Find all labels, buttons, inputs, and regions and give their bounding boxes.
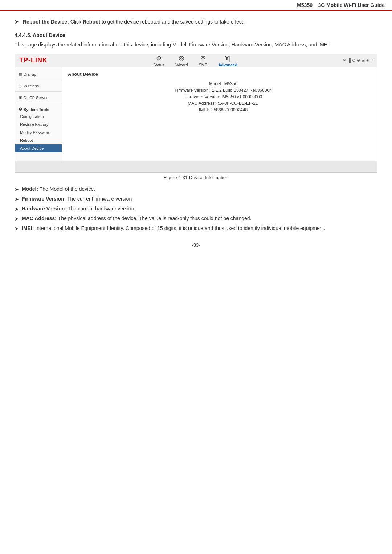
bullet-hardware: ➤ Hardware Version: The current hardware… xyxy=(15,206,377,212)
router-body: ▦ Dial-up ◌ Wireless ▣ DHCP Server xyxy=(15,67,377,161)
about-device-description: This page displays the related informati… xyxy=(15,41,377,49)
divider-2 xyxy=(15,91,62,92)
header-title: M5350 3G Mobile Wi-Fi User Guide xyxy=(297,2,385,8)
mac-bullet-bold: MAC Address: xyxy=(22,216,57,221)
mac-info-label: MAC Address: xyxy=(188,101,216,106)
signal-icon: ▐ xyxy=(348,58,351,63)
router-status-icons: ✉ ▐ ⊙ ⊙ ⊞ ◈ ? xyxy=(343,58,373,63)
bullet-imei-text: IMEI: International Mobile Equipment Ide… xyxy=(22,225,325,231)
arrow-imei-icon: ➤ xyxy=(15,226,19,231)
email-status-icon: ✉ xyxy=(343,58,346,63)
reboot-text: Reboot the Device: Click Reboot to get t… xyxy=(23,18,245,26)
imei-info-label: IMEI: xyxy=(199,107,209,112)
bullet-model: ➤ Model: The Model of the device. xyxy=(15,186,377,192)
wireless-icon: ◌ xyxy=(19,83,22,88)
device-info-table: Model: M5350 Firmware Version: 1.1.2 Bui… xyxy=(75,81,371,112)
advanced-label: Advanced xyxy=(218,63,237,67)
arrow-model-icon: ➤ xyxy=(15,186,19,192)
help-icon: ? xyxy=(371,58,373,63)
status-icon: ⊕ xyxy=(156,54,162,62)
sidebar-item-wireless[interactable]: ◌ Wireless xyxy=(15,82,62,90)
imei-bullet-bold: IMEI: xyxy=(22,225,34,231)
bullet-mac: ➤ MAC Address: The physical address of t… xyxy=(15,216,377,222)
nav-advanced[interactable]: Y| Advanced xyxy=(218,54,237,67)
info-row-model: Model: M5350 xyxy=(75,81,371,86)
sidebar-item-modify-password[interactable]: Modify Password xyxy=(15,128,62,136)
info-row-firmware: Firmware Version: 1.1.2 Build 130427 Rel… xyxy=(75,88,371,93)
nav-wizard[interactable]: ◎ Wizard xyxy=(175,54,188,67)
info-row-imei: IMEI: 358688000002448 xyxy=(75,107,371,112)
bullet-imei: ➤ IMEI: International Mobile Equipment I… xyxy=(15,225,377,231)
sms-label: SMS xyxy=(199,63,208,67)
wifi-icon: ◈ xyxy=(366,58,369,63)
dhcp-icon: ▣ xyxy=(19,95,22,100)
arrow-hardware-icon: ➤ xyxy=(15,206,19,212)
reboot-bold-label: Reboot the Device: xyxy=(23,19,69,25)
sidebar-item-dhcp[interactable]: ▣ DHCP Server xyxy=(15,93,62,102)
model-info-label: Model: xyxy=(209,81,222,86)
wireless-label: Wireless xyxy=(24,84,39,88)
hardware-bullet-bold: Hardware Version: xyxy=(22,206,66,212)
bullet-mac-text: MAC Address: The physical address of the… xyxy=(22,216,251,221)
firmware-info-value: 1.1.2 Build 130427 Rel.36600n xyxy=(212,88,272,93)
info-row-hardware: Hardware Version: M5350 v1 00000000 xyxy=(75,94,371,99)
mac-info-value: 5A-8F-CC-BE-EF-2D xyxy=(218,101,259,106)
settings-icon: ⊙ xyxy=(352,58,355,63)
firmware-bullet-bold: Firmware Version: xyxy=(22,196,66,202)
firmware-info-label: Firmware Version: xyxy=(175,88,210,93)
figure-caption: Figure 4-31 Device Information xyxy=(15,175,377,180)
system-tools-icon: ⚙ xyxy=(19,107,22,112)
hardware-info-label: Hardware Version: xyxy=(184,94,220,99)
router-main-panel: About Device Model: M5350 Firmware Versi… xyxy=(62,67,377,161)
grid-icon: ⊞ xyxy=(362,58,365,63)
arrow-firmware-icon: ➤ xyxy=(15,196,19,202)
sidebar-item-configuration[interactable]: Configuration xyxy=(15,112,62,120)
reboot-label: Reboot xyxy=(20,138,33,143)
about-device-heading: 4.4.4.5. About Device xyxy=(15,32,377,38)
advanced-icon: Y| xyxy=(225,54,231,62)
dialup-label: Dial-up xyxy=(24,72,36,77)
wizard-label: Wizard xyxy=(175,63,188,67)
router-logo: TP-LINK xyxy=(19,57,48,64)
hardware-info-value: M5350 v1 00000000 xyxy=(222,94,262,99)
imei-info-value: 358688000002448 xyxy=(211,107,248,112)
model-label: M5350 xyxy=(297,2,313,8)
restore-factory-label: Restore Factory xyxy=(20,122,48,127)
sidebar-item-system-tools[interactable]: ⚙ System Tools xyxy=(15,105,62,112)
guide-title: 3G Mobile Wi-Fi User Guide xyxy=(318,2,385,8)
page-number: -33- xyxy=(192,242,200,248)
bullet-model-text: Model: The Model of the device. xyxy=(22,186,95,192)
system-tools-label: System Tools xyxy=(24,107,49,112)
bullet-hardware-text: Hardware Version: The current hardware v… xyxy=(22,206,135,212)
dhcp-label: DHCP Server xyxy=(24,95,48,100)
sidebar-item-dialup[interactable]: ▦ Dial-up xyxy=(15,70,62,78)
router-topbar: TP-LINK ⊕ Status ◎ Wizard ✉ SMS Y| Advan… xyxy=(15,54,377,67)
router-sidebar: ▦ Dial-up ◌ Wireless ▣ DHCP Server xyxy=(15,67,62,161)
bullet-firmware: ➤ Firmware Version: The current firmware… xyxy=(15,196,377,202)
dialup-icon: ▦ xyxy=(19,72,22,77)
about-device-label: About Device xyxy=(20,146,44,151)
sidebar-item-reboot[interactable]: Reboot xyxy=(15,136,62,144)
model-bullet-bold: Model: xyxy=(22,186,38,192)
sidebar-item-restore-factory[interactable]: Restore Factory xyxy=(15,120,62,128)
model-info-value: M5350 xyxy=(224,81,238,86)
bullet-firmware-text: Firmware Version: The current firmware v… xyxy=(22,196,132,202)
modify-password-label: Modify Password xyxy=(20,130,50,135)
info-row-mac: MAC Address: 5A-8F-CC-BE-EF-2D xyxy=(75,101,371,106)
bullets-list: ➤ Model: The Model of the device. ➤ Firm… xyxy=(15,186,377,231)
nav-sms[interactable]: ✉ SMS xyxy=(199,54,208,67)
nav-status[interactable]: ⊕ Status xyxy=(153,54,164,67)
configuration-label: Configuration xyxy=(20,114,44,119)
arrow-icon: ➤ xyxy=(15,19,19,25)
page-footer: -33- xyxy=(15,242,377,248)
divider-3 xyxy=(15,103,62,103)
globe-icon: ⊙ xyxy=(357,58,360,63)
sms-icon: ✉ xyxy=(200,54,206,62)
panel-title: About Device xyxy=(68,71,371,77)
reboot-word: Reboot xyxy=(83,19,100,25)
sidebar-item-about-device[interactable]: About Device xyxy=(15,144,62,152)
arrow-mac-icon: ➤ xyxy=(15,216,19,222)
page-header: M5350 3G Mobile Wi-Fi User Guide xyxy=(0,0,392,11)
wizard-icon: ◎ xyxy=(179,54,184,62)
device-screenshot: TP-LINK ⊕ Status ◎ Wizard ✉ SMS Y| Advan… xyxy=(15,54,377,173)
